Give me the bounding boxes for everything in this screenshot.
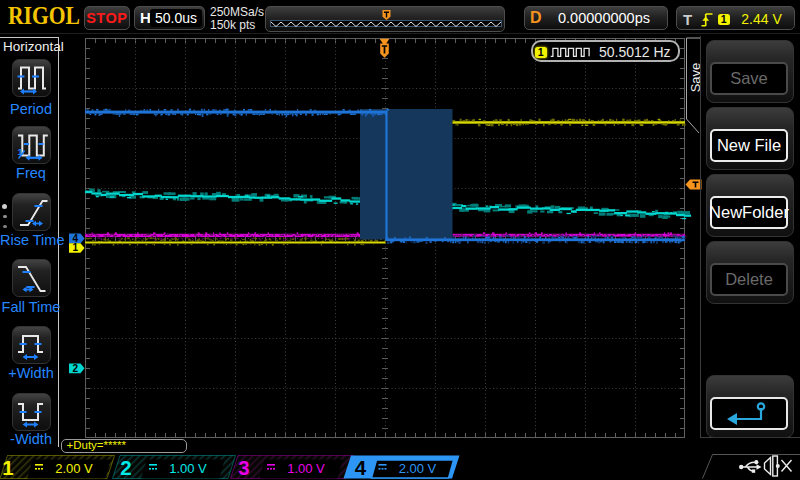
svg-text:1: 1 [2,456,13,479]
svg-text:1: 1 [72,242,78,253]
svg-text:1.00 V: 1.00 V [287,461,325,476]
svg-text:2: 2 [72,363,78,374]
svg-text:2.00 V: 2.00 V [55,461,93,476]
svg-text:1.00 V: 1.00 V [169,461,207,476]
svg-text:4: 4 [355,456,367,479]
svg-text:2.00 V: 2.00 V [399,461,437,476]
svg-text:3: 3 [238,456,249,479]
svg-text:2: 2 [120,456,131,479]
